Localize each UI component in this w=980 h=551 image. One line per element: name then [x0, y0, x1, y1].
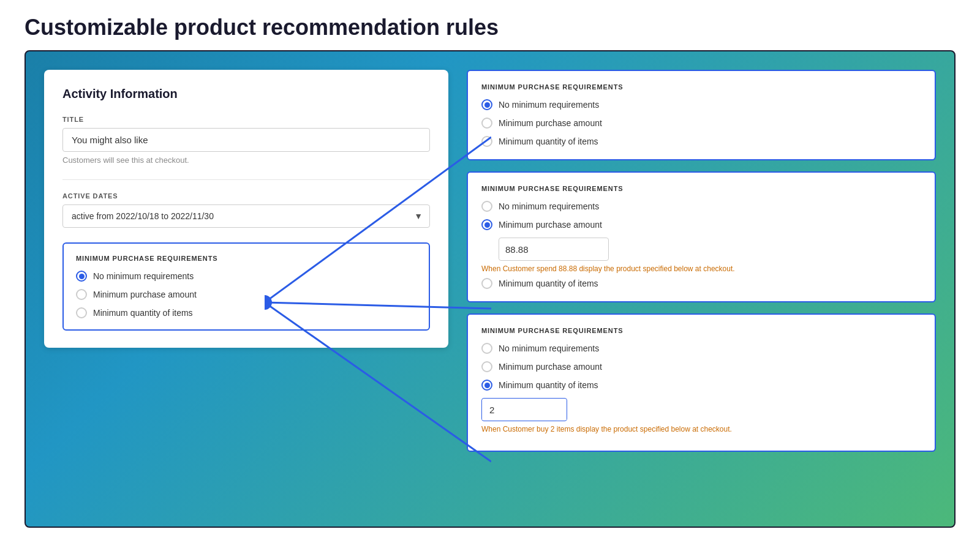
card1-label-2: Minimum quantity of items: [499, 137, 598, 146]
qty-input-row: ▲ ▼: [481, 398, 567, 421]
card3-circle-1: [481, 361, 492, 372]
card3-radio-0[interactable]: No minimum requirements: [481, 343, 921, 354]
qty-input[interactable]: [482, 400, 567, 420]
card3-title: MINIMUM PURCHASE REQUIREMENTS: [481, 327, 921, 334]
left-radio-circle-0: [76, 271, 87, 282]
page-title: Customizable product recommendation rule…: [0, 0, 980, 50]
amount-input[interactable]: [499, 240, 609, 259]
title-input[interactable]: [62, 128, 430, 152]
card2-circle-2: [481, 278, 492, 289]
card3-radio-2[interactable]: Minimum quantity of items: [481, 380, 921, 391]
card-no-min: MINIMUM PURCHASE REQUIREMENTS No minimum…: [467, 70, 936, 160]
title-helper: Customers will see this at checkout.: [62, 156, 430, 165]
qty-helper: When Customer buy 2 items display the pr…: [481, 425, 921, 433]
card3-label-2: Minimum quantity of items: [499, 380, 598, 390]
main-container: Activity Information TITLE Customers wil…: [24, 50, 956, 528]
card1-label-1: Minimum purchase amount: [499, 118, 602, 128]
active-dates-wrapper: active from 2022/10/18 to 2022/11/30 ▼: [62, 204, 430, 228]
divider: [62, 179, 430, 180]
card2-radio-0[interactable]: No minimum requirements: [481, 201, 921, 212]
card1-circle-0: [481, 99, 492, 110]
active-dates-label: ACTIVE DATES: [62, 192, 430, 200]
left-panel: Activity Information TITLE Customers wil…: [44, 70, 448, 508]
title-label: TITLE: [62, 116, 430, 123]
card1-radio-2[interactable]: Minimum quantity of items: [481, 136, 921, 147]
card1-circle-1: [481, 118, 492, 129]
card2-circle-1: [481, 219, 492, 230]
card1-radio-0[interactable]: No minimum requirements: [481, 99, 921, 110]
left-min-purchase-box: MINIMUM PURCHASE REQUIREMENTS No minimum…: [62, 242, 430, 331]
card1-label-0: No minimum requirements: [499, 100, 599, 110]
card3-radio-1[interactable]: Minimum purchase amount: [481, 361, 921, 372]
card2-radio-1[interactable]: Minimum purchase amount: [481, 219, 921, 230]
card2-label-1: Minimum purchase amount: [499, 220, 602, 230]
active-dates-select[interactable]: active from 2022/10/18 to 2022/11/30: [62, 204, 430, 228]
card2-circle-0: [481, 201, 492, 212]
left-radio-circle-1: [76, 289, 87, 300]
right-panel: MINIMUM PURCHASE REQUIREMENTS No minimum…: [467, 70, 936, 508]
left-radio-min-qty[interactable]: Minimum quantity of items: [76, 307, 417, 318]
left-radio-label-1: Minimum purchase amount: [93, 290, 197, 299]
left-radio-min-amount[interactable]: Minimum purchase amount: [76, 289, 417, 300]
left-radio-circle-2: [76, 307, 87, 318]
card1-title: MINIMUM PURCHASE REQUIREMENTS: [481, 83, 921, 91]
card1-radio-1[interactable]: Minimum purchase amount: [481, 118, 921, 129]
card-min-qty: MINIMUM PURCHASE REQUIREMENTS No minimum…: [467, 313, 936, 452]
amount-helper: When Customer spend 88.88 display the pr…: [481, 264, 921, 273]
card-min-amount: MINIMUM PURCHASE REQUIREMENTS No minimum…: [467, 171, 936, 302]
card2-label-2: Minimum quantity of items: [499, 279, 598, 288]
left-radio-label-2: Minimum quantity of items: [93, 308, 193, 318]
left-radio-no-min[interactable]: No minimum requirements: [76, 271, 417, 282]
left-section-title: MINIMUM PURCHASE REQUIREMENTS: [76, 255, 417, 262]
card3-circle-2: [481, 380, 492, 391]
card3-circle-0: [481, 343, 492, 354]
left-radio-label-0: No minimum requirements: [93, 271, 194, 281]
amount-input-row: USD ▲ ▼: [499, 238, 609, 261]
card2-radio-2[interactable]: Minimum quantity of items: [481, 278, 921, 289]
form-card: Activity Information TITLE Customers wil…: [44, 70, 448, 348]
card2-title: MINIMUM PURCHASE REQUIREMENTS: [481, 185, 921, 192]
card1-circle-2: [481, 136, 492, 147]
card3-label-1: Minimum purchase amount: [499, 362, 602, 372]
card3-label-0: No minimum requirements: [499, 343, 599, 353]
card2-label-0: No minimum requirements: [499, 201, 599, 211]
form-heading: Activity Information: [62, 87, 430, 101]
